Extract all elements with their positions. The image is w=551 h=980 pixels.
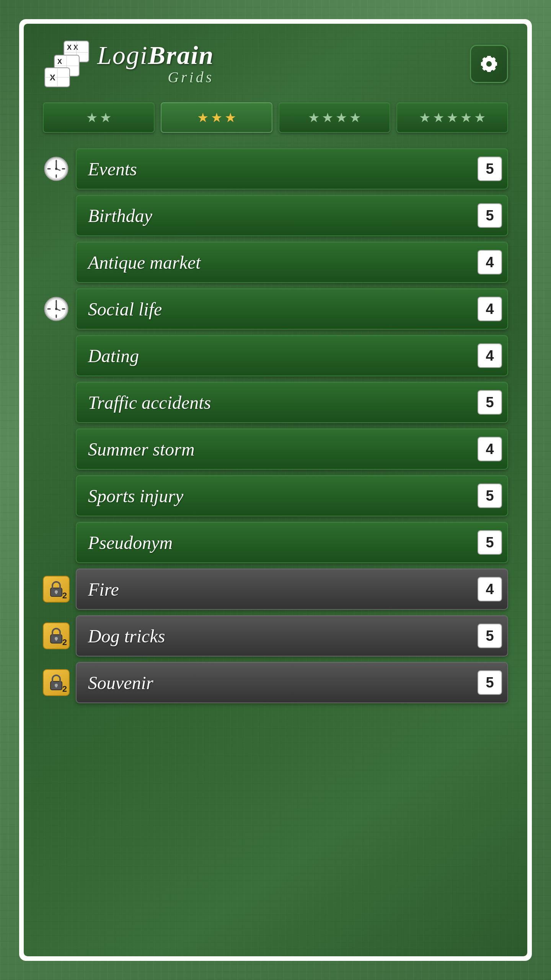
list-item[interactable]: Traffic accidents 5 [43,382,508,423]
item-badge: 4 [478,343,502,368]
item-badge: 5 [478,157,502,181]
item-badge-text: 4 [486,581,494,598]
list-item[interactable]: Sports injury 5 [43,475,508,516]
item-bar[interactable]: Antique market 4 [76,242,508,283]
white-border-frame: X X X X [19,19,532,961]
list-item[interactable]: Dating 4 [43,335,508,376]
star1: ★ [197,110,209,125]
item-label: Events [88,158,137,180]
tab-4stars[interactable]: ★ ★ ★ ★ [279,102,390,133]
item-bar[interactable]: Events 5 [76,148,508,189]
list-item[interactable]: Summer storm 4 [43,428,508,470]
item-badge: 5 [478,203,502,228]
item-badge-text: 5 [486,207,494,224]
padlock-icon [49,675,64,691]
item-bar[interactable]: Summer storm 4 [76,428,508,470]
outer-background: X X X X [0,0,551,980]
star-tabs: ★ ★ ★ ★ ★ ★ ★ ★ ★ ★ ★ ★ ★ [43,102,508,133]
item-bar[interactable]: Birthday 5 [76,195,508,236]
star4: ★ [349,110,361,125]
item-badge: 4 [478,577,502,601]
item-bar[interactable]: Traffic accidents 5 [76,382,508,423]
item-badge-text: 5 [486,628,494,644]
item-bar[interactable]: Dating 4 [76,335,508,376]
list-item[interactable]: Social life 4 [43,288,508,330]
item-label: Traffic accidents [88,392,211,413]
list-item[interactable]: Pseudonym 5 [43,522,508,563]
item-label: Dating [88,345,139,366]
svg-rect-35 [55,639,57,641]
gear-icon [478,52,500,75]
logo-area: X X X X [43,39,214,89]
item-badge: 4 [478,297,502,321]
puzzle-list: Events 5 Birthday 5 [43,148,508,703]
item-label: Birthday [88,205,152,226]
item-badge-text: 4 [486,301,494,317]
list-item-locked[interactable]: 2 Dog tricks 5 [43,615,508,657]
star1: ★ [86,110,98,125]
tab-2stars[interactable]: ★ ★ [43,102,155,133]
lock-icon: 2 [43,622,70,649]
item-label: Dog tricks [88,626,165,647]
star3: ★ [225,110,236,125]
list-item-locked[interactable]: 2 Fire 4 [43,568,508,610]
list-item[interactable]: Antique market 4 [43,242,508,283]
svg-point-29 [55,308,57,310]
star5: ★ [474,110,486,125]
item-label: Souvenir [88,672,153,693]
lock-icon: 2 [43,669,70,696]
item-badge: 5 [478,483,502,508]
item-label: Sports injury [88,485,183,506]
list-item-locked[interactable]: 2 Souvenir 5 [43,662,508,703]
item-label: Antique market [88,252,201,273]
padlock-icon [49,628,64,644]
lock-icon: 2 [43,576,70,603]
item-badge: 5 [478,624,502,648]
item-badge-text: 5 [486,675,494,691]
item-bar[interactable]: Sports injury 5 [76,475,508,516]
item-bar[interactable]: Souvenir 5 [76,662,508,703]
clock-icon [43,296,70,322]
item-badge-text: 5 [486,161,494,177]
list-item[interactable]: Birthday 5 [43,195,508,236]
item-bar[interactable]: Dog tricks 5 [76,615,508,657]
item-badge: 5 [478,530,502,555]
svg-rect-38 [55,685,57,688]
star3: ★ [447,110,458,125]
star1: ★ [308,110,320,125]
clock-icon [43,155,70,182]
item-badge-text: 5 [486,534,494,551]
star1: ★ [419,110,430,125]
logo-icon: X X X X [43,39,93,89]
item-badge-text: 5 [486,394,494,411]
item-badge-text: 4 [486,254,494,271]
item-badge: 4 [478,250,502,274]
main-panel: X X X X [24,24,527,956]
item-label: Summer storm [88,439,195,460]
item-label: Pseudonym [88,532,173,553]
star2: ★ [211,110,222,125]
svg-rect-32 [55,592,57,594]
item-bar[interactable]: Fire 4 [76,568,508,610]
star2: ★ [433,110,444,125]
item-badge-text: 5 [486,488,494,504]
item-bar[interactable]: Pseudonym 5 [76,522,508,563]
star3: ★ [336,110,347,125]
tab-3stars[interactable]: ★ ★ ★ [161,102,272,133]
item-bar[interactable]: Social life 4 [76,288,508,330]
list-item[interactable]: Events 5 [43,148,508,189]
star2: ★ [100,110,111,125]
svg-point-20 [55,168,57,170]
header: X X X X [43,39,508,89]
app-subtitle: Grids [97,68,214,86]
logo-text: LogiBrain Grids [97,42,214,86]
padlock-icon [49,581,64,597]
star2: ★ [322,110,333,125]
settings-button[interactable] [470,45,508,83]
tab-5stars[interactable]: ★ ★ ★ ★ ★ [396,102,508,133]
item-badge: 5 [478,670,502,695]
item-badge-text: 4 [486,348,494,364]
app-title: LogiBrain [97,42,214,68]
item-label: Social life [88,299,162,320]
item-badge-text: 4 [486,441,494,457]
